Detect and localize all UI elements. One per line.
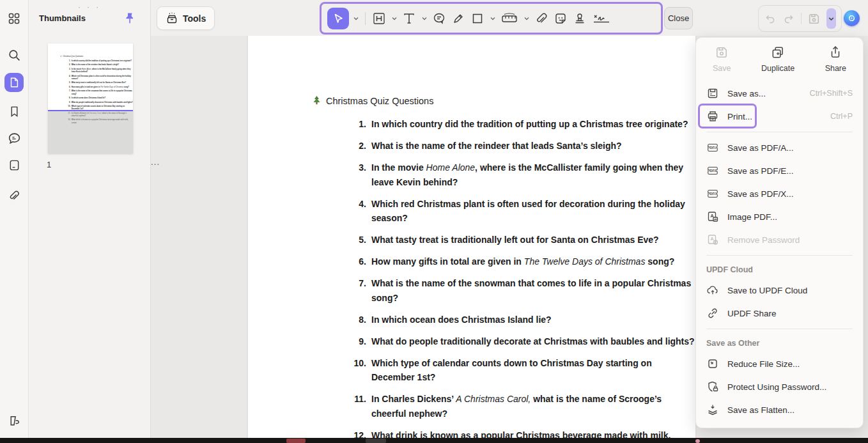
menu-item-reduce-file-size[interactable]: Reduce File Size... [696,352,863,375]
menu-item-image-pdf[interactable]: A Image PDF... [696,205,863,228]
page-thumbnail[interactable]: Christmas Quiz Questions 1.In which coun… [48,43,133,153]
signature-icon[interactable] [591,10,612,27]
menu-item-save-as-pdfe[interactable]: PDF/E Save as PDF/E... [696,159,863,182]
christmas-tree-icon [313,96,321,106]
menu-item-label: Save as PDF/A... [727,143,853,153]
menu-item-label: Save as PDF/E... [727,166,853,176]
question-row: 10.Which type of calendar counts down to… [350,356,695,385]
taskbar-app-grey [366,439,386,443]
menu-item-label: UPDF Share [727,309,853,318]
menu-item-label: Image PDF... [727,212,853,222]
thumbnail-more-button[interactable]: … [150,156,160,167]
menu-item-save[interactable]: Save [713,45,731,73]
notes-icon[interactable] [6,157,22,173]
menu-item-save-as-pdfx[interactable]: PDF/X Save as PDF/X... [696,182,863,205]
highlighter-icon[interactable] [450,10,467,27]
menu-item-print[interactable]: Print... Ctrl+P [696,105,863,128]
menu-item-label: Save to UPDF Cloud [727,286,853,295]
document-title: Christmas Quiz Questions [326,96,433,106]
undo-icon[interactable] [764,12,777,25]
pdfa-badge-icon: PDF/A [706,141,719,154]
updf-ai-icon[interactable] [844,10,860,26]
close-label: Close [668,13,689,23]
document-title-row: Christmas Quiz Questions [313,96,695,106]
text-icon[interactable] [401,10,417,27]
comment-bubble-icon[interactable] [431,10,447,27]
menu-item-updf-share[interactable]: UPDF Share [696,302,863,325]
printer-icon [706,110,719,123]
menu-item-label: Print... [727,112,830,121]
measure-dropdown-chevron-icon[interactable] [522,10,531,27]
question-row: 5.What tasty treat is traditionally left… [350,233,695,247]
thumbnail-viewport-box [48,43,133,111]
save-icon [715,45,729,59]
apps-grid-icon[interactable] [6,11,22,26]
image-pdf-icon: A [706,210,719,223]
redo-icon[interactable] [782,12,795,25]
question-row: 4.Which red Christmas plant is often use… [350,197,695,226]
pointer-icon[interactable] [327,8,349,29]
menu-item-save-as-pdfa[interactable]: PDF/A Save as PDF/A... [696,136,863,159]
menu-item-remove-password[interactable]: A Remove Password [696,228,863,251]
heading-icon[interactable] [371,10,387,27]
taskbar-app-pink [695,439,700,443]
question-row: 11.In Charles Dickens’ A Christmas Carol… [350,392,695,421]
paperclip-icon[interactable] [533,10,550,27]
shape-square-icon[interactable] [469,10,486,27]
menu-item-label: Duplicate [761,64,794,73]
question-row: 2.What is the name of the reindeer that … [350,139,695,153]
flatten-layers-icon [706,403,719,416]
tools-button[interactable]: Tools [157,6,215,30]
svg-text:A: A [710,237,713,241]
quick-actions-row: Save Duplicate Share [696,45,863,73]
svg-text:A: A [710,214,713,218]
cloud-upload-icon [706,284,719,297]
comment-icon[interactable] [6,130,22,146]
panel-drag-handle[interactable]: · · · [78,4,101,11]
heading-dropdown-chevron-icon[interactable] [390,10,398,27]
menu-item-shortcut: Ctrl+P [830,112,853,121]
menu-section-updf-cloud: UPDF Cloud [696,260,863,279]
ink-stamp-icon[interactable] [6,413,22,428]
pushpin-icon[interactable] [123,12,136,26]
menu-section-save-as-other: Save as Other [696,333,863,352]
menu-item-duplicate[interactable]: Duplicate [761,45,794,73]
measure-ruler-icon[interactable] [499,10,520,27]
menu-item-label: Reduce File Size... [727,359,853,369]
shape-dropdown-chevron-icon[interactable] [488,10,497,27]
stamp-icon[interactable] [571,10,588,27]
menu-item-protect-using-password[interactable]: Protect Using Password... [696,375,863,398]
duplicate-icon [771,45,785,59]
search-icon[interactable] [6,47,22,63]
remove-password-icon: A [706,233,719,246]
pdf-page[interactable]: Christmas Quiz Questions 1.In which coun… [248,33,695,439]
save-icon[interactable] [807,12,821,26]
text-dropdown-chevron-icon[interactable] [420,10,428,27]
sticker-icon[interactable] [552,10,569,27]
tools-label: Tools [183,13,206,24]
save-options-chevron-icon[interactable] [826,8,836,29]
menu-item-label: Save as PDF/X... [727,189,853,199]
menu-item-save-to-updf-cloud[interactable]: Save to UPDF Cloud [696,279,863,302]
question-row: 1.In which country did the tradition of … [350,117,695,132]
menu-item-save-as-flatten[interactable]: Save as Flatten... [696,398,863,421]
question-row: 3.In the movie Home Alone, where is the … [350,160,695,189]
question-row: 12.What drink is known as a popular Chri… [350,428,695,439]
pointer-dropdown-chevron-icon[interactable] [352,10,360,27]
shield-lock-icon [706,380,719,393]
save-as-icon [706,87,719,100]
menu-item-label: Share [825,64,846,73]
bookmark-icon[interactable] [6,104,22,119]
close-button[interactable]: Close [664,7,693,29]
annotation-toolbar-highlight-frame [320,2,663,35]
pdfe-badge-icon: PDF/E [706,164,719,177]
attachment-icon[interactable] [6,188,22,203]
menu-item-share[interactable]: Share [825,45,846,73]
menu-item-save-as[interactable]: Save as... Ctrl+Shift+S [696,82,863,105]
thumbnails-page-icon[interactable] [4,73,24,92]
pdfx-badge-icon: PDF/X [706,187,719,200]
share-icon [828,45,842,59]
menu-item-label: Save [713,64,731,73]
menu-item-label: Save as Flatten... [727,405,853,415]
os-taskbar[interactable] [0,438,868,443]
